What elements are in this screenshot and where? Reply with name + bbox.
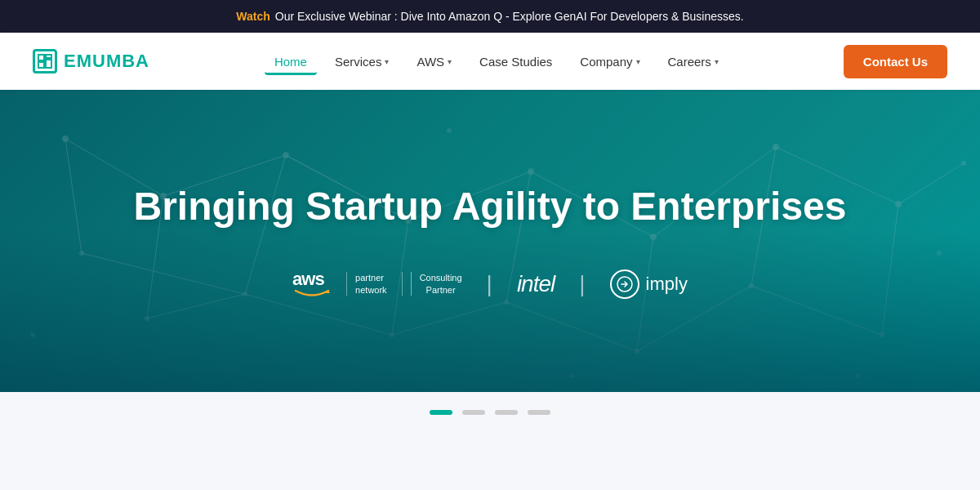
aws-smile-icon [292,288,332,298]
navbar: EMUMBA Home Services ▾ AWS ▾ Case Studie… [0,33,980,90]
intel-logo: intel [517,271,555,297]
chevron-down-icon: ▾ [448,57,452,66]
chevron-down-icon: ▾ [385,57,389,66]
arrow-circle-icon [617,276,633,292]
hero-content: Bringing Startup Agility to Enterprises … [101,184,880,299]
logo-icon [33,49,57,74]
slider-dot-4[interactable] [528,410,550,415]
announcement-banner: Watch Our Exclusive Webinar : Dive Into … [0,0,980,33]
aws-partner-logo: aws partnernetwork ConsultingPartner [292,270,462,298]
chevron-down-icon: ▾ [636,57,640,66]
aws-logo: aws [292,270,332,298]
aws-consulting-text: ConsultingPartner [411,272,462,296]
nav-case-studies[interactable]: Case Studies [470,48,562,75]
aws-wordmark: aws [292,270,324,288]
chevron-down-icon: ▾ [715,57,719,66]
imply-arrow-icon [610,270,639,299]
logo-link[interactable]: EMUMBA [33,49,149,74]
slider-dot-1[interactable] [430,410,452,415]
svg-rect-0 [38,55,44,60]
nav-careers[interactable]: Careers ▾ [658,48,728,75]
aws-partner-text: partnernetwork [355,272,387,296]
svg-rect-2 [38,62,44,68]
watch-label[interactable]: Watch [236,10,270,23]
slider-dot-2[interactable] [462,410,485,415]
imply-wordmark: imply [646,274,688,295]
hero-title: Bringing Startup Agility to Enterprises [134,184,847,229]
nav-aws[interactable]: AWS ▾ [407,48,461,75]
svg-rect-1 [46,55,51,58]
hero-section: Bringing Startup Agility to Enterprises … [0,90,980,392]
partners-row: aws partnernetwork ConsultingPartner | [134,270,847,299]
slider-dots [0,392,980,433]
svg-rect-3 [46,60,51,68]
imply-logo: imply [610,270,688,299]
nav-company[interactable]: Company ▾ [570,48,649,75]
banner-text: Our Exclusive Webinar : Dive Into Amazon… [275,10,744,23]
divider-icon: | [579,271,585,297]
divider-icon: | [487,271,492,297]
logo-text: EMUMBA [64,51,149,72]
slider-dot-3[interactable] [495,410,518,415]
intel-wordmark: intel [517,271,555,296]
nav-services[interactable]: Services ▾ [325,48,399,75]
contact-us-button[interactable]: Contact Us [844,45,947,78]
nav-links: Home Services ▾ AWS ▾ Case Studies Compa… [265,48,728,75]
nav-home[interactable]: Home [265,48,317,75]
